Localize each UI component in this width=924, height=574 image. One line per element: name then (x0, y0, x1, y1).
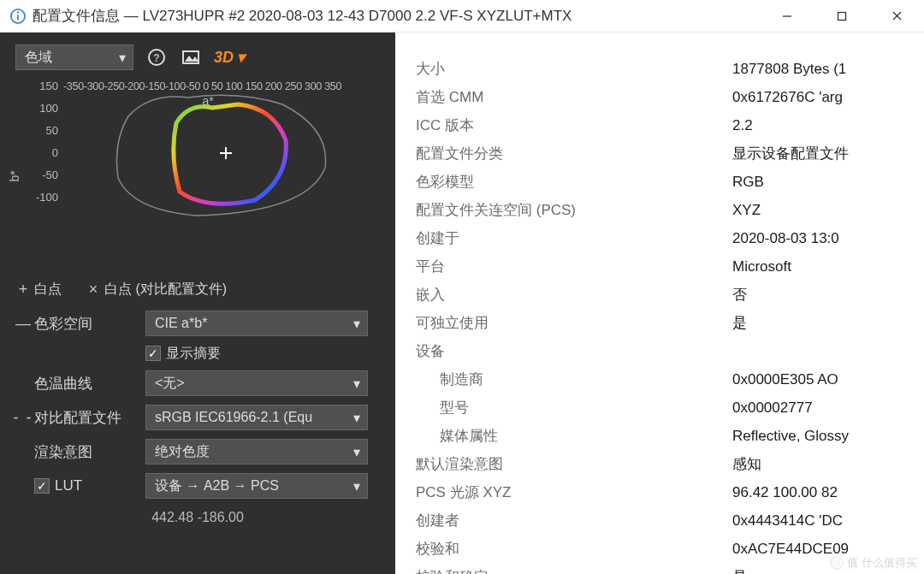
colortemp-dropdown[interactable]: <无>▾ (145, 370, 368, 396)
property-value: 96.42 100.00 82 (732, 484, 838, 501)
property-row: 大小1877808 Bytes (1 (416, 55, 924, 83)
axis-y-ticks: 15010050 0-50-100 (33, 80, 58, 214)
property-row: 默认渲染意图感知 (416, 450, 924, 478)
property-key: 配置文件分类 (416, 144, 732, 163)
lut-checkbox[interactable] (34, 478, 50, 494)
property-row: ICC 版本2.2 (416, 111, 924, 139)
window-title: 配置文件信息 — LV273HUPR #2 2020-08-03 12-43 D… (33, 6, 760, 26)
property-key: 型号 (416, 398, 732, 417)
lut-label: LUT (55, 477, 82, 494)
property-row: 色彩模型RGB (416, 168, 924, 196)
device-gamut-outline (174, 104, 287, 204)
property-row: 型号0x00002777 (416, 394, 924, 422)
lut-dropdown[interactable]: 设备 → A2B → PCS▾ (145, 473, 368, 499)
watermark-icon: 值 (830, 556, 844, 570)
property-key: 色彩模型 (416, 172, 732, 192)
property-key: 制造商 (416, 370, 732, 389)
property-value: 0x0000E305 AO (732, 371, 838, 388)
property-row: 可独立使用是 (416, 309, 924, 337)
help-icon[interactable]: ? (145, 46, 168, 68)
property-value: XYZ (732, 202, 761, 219)
svg-text:?: ? (153, 52, 159, 64)
property-value: 0x00002777 (732, 399, 813, 417)
chevron-down-icon: ▾ (353, 316, 360, 332)
close-button[interactable] (869, 0, 924, 33)
property-value: 0x6172676C 'arg (732, 89, 843, 106)
axis-y-label: b* (8, 170, 21, 181)
colorspace-dropdown[interactable]: CIE a*b*▾ (145, 311, 368, 336)
property-key: 设备 (416, 341, 732, 361)
maximize-button[interactable] (814, 0, 869, 33)
compare-profile-dropdown[interactable]: sRGB IEC61966-2.1 (Equ▾ (145, 405, 368, 430)
watermark: 值 值 什么值得买 (830, 555, 917, 571)
svg-marker-10 (185, 56, 198, 62)
titlebar: 配置文件信息 — LV273HUPR #2 2020-08-03 12-43 D… (0, 0, 924, 33)
property-value: Reflective, Glossy (732, 428, 849, 445)
chevron-down-icon: ▾ (119, 50, 126, 66)
dots-icon: - - (12, 409, 34, 427)
property-value: Microsoft (732, 258, 791, 275)
chevron-down-icon: ▾ (353, 478, 360, 494)
crosshair-icon (220, 147, 232, 159)
chevron-down-icon: ▾ (353, 444, 360, 460)
remove-whitepoint-button[interactable]: × (82, 281, 104, 299)
image-icon[interactable] (180, 46, 202, 68)
property-key: 校验和确定 (416, 567, 732, 574)
properties-panel: 大小1877808 Bytes (1首选 CMM0x6172676C 'argI… (395, 33, 924, 574)
svg-rect-4 (838, 12, 846, 20)
minimize-button[interactable] (760, 0, 814, 33)
chevron-down-icon: ▾ (353, 376, 360, 392)
property-key: 嵌入 (416, 285, 732, 305)
property-key: 可独立使用 (416, 313, 732, 333)
intent-label: 渲染意图 (34, 442, 145, 462)
property-value: 是 (732, 567, 747, 574)
property-row: 媒体属性Reflective, Glossy (416, 422, 924, 450)
property-row: PCS 光源 XYZ96.42 100.00 82 (416, 478, 924, 506)
svg-rect-1 (17, 15, 19, 20)
intent-dropdown[interactable]: 绝对色度▾ (145, 439, 368, 465)
property-value: 显示设备配置文件 (732, 144, 849, 163)
compare-label: 对比配置文件 (34, 408, 145, 428)
svg-text:值: 值 (832, 557, 842, 569)
colortemp-label: 色温曲线 (34, 374, 145, 394)
property-key: PCS 光源 XYZ (416, 482, 732, 502)
property-key: 媒体属性 (416, 426, 732, 446)
property-row: 配置文件关连空间 (PCS)XYZ (416, 196, 924, 224)
property-key: 平台 (416, 257, 732, 276)
chevron-down-icon: ▾ (237, 48, 245, 67)
property-row: 制造商0x0000E305 AO (416, 365, 924, 394)
property-row: 嵌入否 (416, 281, 924, 309)
property-key: 创建者 (416, 511, 732, 530)
property-row: 首选 CMM0x6172676C 'arg (416, 83, 924, 111)
app-icon (10, 9, 26, 24)
property-row: 配置文件分类显示设备配置文件 (416, 139, 924, 168)
add-whitepoint-button[interactable]: + (12, 281, 34, 299)
property-value: 是 (732, 313, 747, 333)
property-value: 否 (732, 285, 747, 305)
dash-icon: — (12, 315, 34, 333)
show-summary-checkbox[interactable] (145, 346, 161, 361)
gamut-dropdown-label: 色域 (25, 49, 52, 67)
property-value: 2020-08-03 13:0 (732, 230, 839, 247)
property-row: 创建于2020-08-03 13:0 (416, 224, 924, 252)
show-summary-label: 显示摘要 (166, 345, 221, 363)
gamut-dropdown[interactable]: 色域 ▾ (15, 44, 133, 70)
property-value: 0x4443414C 'DC (732, 512, 843, 530)
property-row: 设备 (416, 337, 924, 365)
whitepoint-ref-label: 白点 (对比配置文件) (104, 281, 227, 299)
property-value: RGB (732, 174, 764, 191)
property-row: 创建者0x4443414C 'DC (416, 506, 924, 535)
property-row: 平台Microsoft (416, 252, 924, 281)
property-key: 配置文件关连空间 (PCS) (416, 200, 732, 220)
property-key: 大小 (416, 59, 732, 79)
property-key: 校验和 (416, 539, 732, 559)
reference-gamut-outline (117, 95, 326, 216)
chevron-down-icon: ▾ (353, 410, 360, 426)
property-value: 2.2 (732, 117, 753, 134)
gamut-chart[interactable]: b* 15010050 0-50-100 (29, 80, 387, 272)
3d-toggle[interactable]: 3D▾ (214, 48, 245, 67)
property-key: 首选 CMM (416, 87, 732, 107)
whitepoint-label: 白点 (34, 281, 62, 299)
left-panel: 色域 ▾ ? 3D▾ b* 15010050 0-50-100 (0, 33, 395, 574)
property-value: 1877808 Bytes (1 (732, 61, 846, 78)
